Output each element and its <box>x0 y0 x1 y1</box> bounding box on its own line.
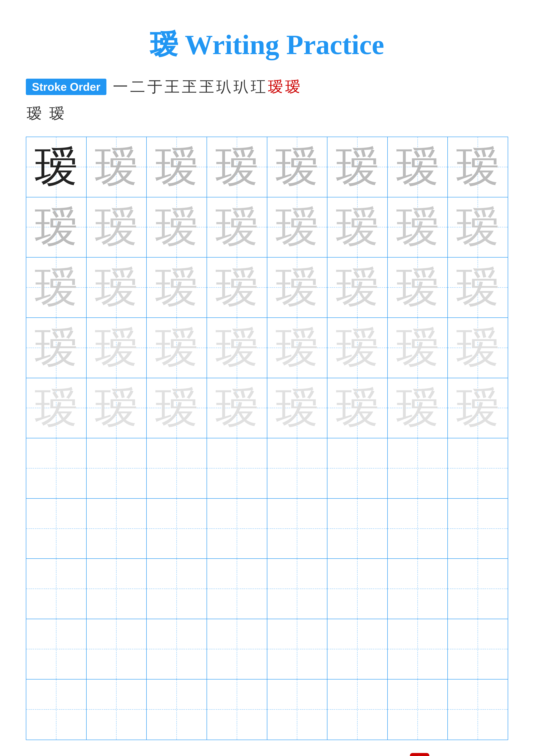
grid-cell[interactable]: 瑷 <box>388 378 448 439</box>
grid-cell[interactable] <box>87 438 147 499</box>
grid-cell[interactable] <box>327 619 388 680</box>
grid-cell[interactable]: 瑷 <box>267 137 328 198</box>
grid-cell[interactable]: 瑷 <box>147 257 207 318</box>
stroke-order-badge: Stroke Order <box>26 79 106 95</box>
grid-cell[interactable] <box>87 559 147 619</box>
grid-cell[interactable] <box>207 619 267 680</box>
grid-cell[interactable] <box>207 438 267 499</box>
stroke-chars: 一 二 于 王 玊 玊 玐 玐 玒 瑷 瑷 <box>113 77 300 97</box>
grid-cell[interactable] <box>327 559 388 619</box>
grid-row: 瑷 瑷 瑷 瑷 瑷 瑷 瑷 <box>26 198 508 258</box>
grid-cell[interactable] <box>26 559 87 619</box>
grid-cell[interactable]: 瑷 <box>207 198 267 258</box>
grid-cell[interactable]: 瑷 <box>26 257 87 318</box>
grid-cell[interactable] <box>388 680 448 740</box>
grid-cell[interactable] <box>267 499 328 559</box>
grid-cell[interactable]: 瑷 <box>207 318 267 378</box>
grid-cell[interactable]: 瑷 <box>267 257 328 318</box>
grid-cell[interactable]: 瑷 <box>147 318 207 378</box>
grid-cell[interactable] <box>448 499 508 559</box>
grid-cell[interactable] <box>267 559 328 619</box>
grid-cell[interactable]: 瑷 <box>388 318 448 378</box>
grid-cell[interactable] <box>147 619 207 680</box>
grid-cell[interactable]: 瑷 <box>267 318 328 378</box>
grid-cell[interactable]: 瑷 <box>448 198 508 258</box>
footer-logo: 字 StrokeOrder <box>410 753 508 756</box>
grid-cell[interactable] <box>388 619 448 680</box>
grid-cell[interactable] <box>87 499 147 559</box>
grid-cell[interactable] <box>267 680 328 740</box>
grid-cell[interactable] <box>267 619 328 680</box>
grid-row: 瑷 瑷 瑷 瑷 瑷 瑷 瑷 <box>26 318 508 378</box>
grid-cell[interactable] <box>448 680 508 740</box>
grid-cell[interactable] <box>26 619 87 680</box>
grid-cell[interactable]: 瑷 <box>147 137 207 198</box>
grid-cell[interactable] <box>87 680 147 740</box>
grid-cell[interactable] <box>207 559 267 619</box>
grid-cell[interactable]: 瑷 <box>327 198 388 258</box>
grid-cell[interactable] <box>87 619 147 680</box>
grid-cell[interactable]: 瑷 <box>87 257 147 318</box>
grid-cell[interactable]: 瑷 <box>147 378 207 439</box>
grid-cell[interactable] <box>26 680 87 740</box>
grid-row: 瑷 瑷 瑷 瑷 瑷 瑷 瑷 <box>26 137 508 198</box>
grid-cell[interactable]: 瑷 <box>448 137 508 198</box>
grid-cell[interactable] <box>388 499 448 559</box>
grid-cell[interactable]: 瑷 <box>388 198 448 258</box>
grid-cell[interactable] <box>26 438 87 499</box>
grid-cell[interactable]: 瑷 <box>327 137 388 198</box>
grid-cell[interactable]: 瑷 <box>87 198 147 258</box>
grid-row <box>26 438 508 499</box>
grid-cell[interactable] <box>26 499 87 559</box>
footer: https://www.strokeorder.com/chinese/瑷 字 … <box>26 753 508 756</box>
grid-row: 瑷 瑷 瑷 瑷 瑷 瑷 瑷 <box>26 257 508 318</box>
grid-cell[interactable]: 瑷 <box>327 257 388 318</box>
practice-grid: 瑷 瑷 瑷 瑷 瑷 瑷 瑷 <box>26 137 508 740</box>
grid-cell[interactable]: 瑷 <box>327 318 388 378</box>
grid-cell[interactable] <box>388 438 448 499</box>
grid-cell[interactable]: 瑷 <box>388 257 448 318</box>
grid-cell[interactable] <box>147 680 207 740</box>
grid-cell[interactable] <box>267 438 328 499</box>
grid-cell[interactable]: 瑷 <box>448 257 508 318</box>
page: 瑷 Writing Practice Stroke Order 一 二 于 王 … <box>0 0 534 756</box>
grid-cell[interactable]: 瑷 <box>87 318 147 378</box>
grid-row <box>26 619 508 680</box>
grid-cell[interactable]: 瑷 <box>448 378 508 439</box>
grid-cell[interactable] <box>448 619 508 680</box>
grid-cell[interactable]: 瑷 <box>388 137 448 198</box>
grid-cell[interactable] <box>147 499 207 559</box>
grid-row <box>26 680 508 740</box>
grid-cell[interactable] <box>327 438 388 499</box>
grid-cell[interactable] <box>147 438 207 499</box>
grid-cell[interactable]: 瑷 <box>26 378 87 439</box>
grid-cell[interactable]: 瑷 <box>267 198 328 258</box>
footer-logo-icon: 字 <box>410 753 429 756</box>
grid-cell[interactable]: 瑷 <box>87 137 147 198</box>
grid-cell[interactable] <box>448 559 508 619</box>
grid-cell[interactable]: 瑷 <box>267 378 328 439</box>
stroke-order-row: Stroke Order 一 二 于 王 玊 玊 玐 玐 玒 瑷 瑷 <box>26 77 508 97</box>
grid-cell[interactable] <box>327 680 388 740</box>
grid-cell[interactable]: 瑷 <box>26 318 87 378</box>
grid-cell[interactable] <box>448 438 508 499</box>
stroke-row2: 瑷 瑷 <box>26 103 508 124</box>
grid-cell[interactable]: 瑷 <box>147 198 207 258</box>
grid-cell[interactable]: 瑷 <box>87 378 147 439</box>
grid-cell[interactable] <box>147 559 207 619</box>
grid-cell[interactable]: 瑷 <box>26 198 87 258</box>
grid-cell[interactable] <box>327 499 388 559</box>
grid-cell[interactable] <box>207 499 267 559</box>
grid-cell[interactable] <box>207 680 267 740</box>
page-title: 瑷 Writing Practice <box>150 26 384 64</box>
grid-cell[interactable]: 瑷 <box>327 378 388 439</box>
grid-row <box>26 499 508 559</box>
grid-cell[interactable]: 瑷 <box>207 137 267 198</box>
grid-cell[interactable]: 瑷 <box>448 318 508 378</box>
grid-cell[interactable]: 瑷 <box>207 378 267 439</box>
grid-cell[interactable] <box>388 559 448 619</box>
grid-row: 瑷 瑷 瑷 瑷 瑷 瑷 瑷 <box>26 378 508 439</box>
grid-cell[interactable]: 瑷 <box>26 137 87 198</box>
grid-cell[interactable]: 瑷 <box>207 257 267 318</box>
grid-row <box>26 559 508 619</box>
